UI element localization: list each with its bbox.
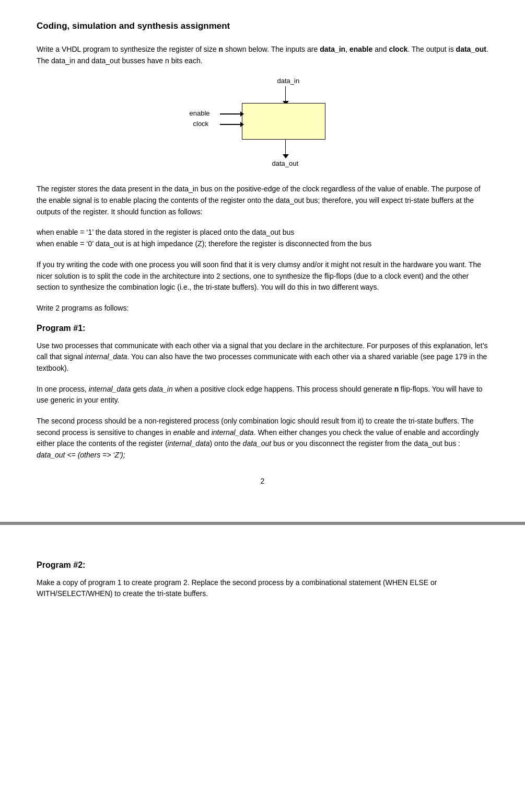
clock-label: clock xyxy=(193,120,209,128)
clock-arrow-head xyxy=(240,122,244,127)
page: Coding, simulation and synthesis assignm… xyxy=(0,0,525,812)
register-box xyxy=(242,103,325,140)
enable-label: enable xyxy=(190,109,210,117)
page2-content: Program #2: Make a copy of program 1 to … xyxy=(0,525,525,630)
clock-arrow-line xyxy=(220,124,242,125)
data-in-label: data_in xyxy=(277,77,300,85)
arrow-head-out xyxy=(283,154,289,158)
register-description: The register stores the data present in … xyxy=(37,184,488,218)
diagram-container: data_in enable clock xyxy=(37,77,488,171)
when-conditions: when enable = ‘1’ the data stored in the… xyxy=(37,227,488,249)
arrow-line-out xyxy=(285,140,286,155)
enable-arrow-head xyxy=(240,111,244,117)
program1-para1: Use two processes that communicate with … xyxy=(37,340,488,374)
page1-content: Coding, simulation and synthesis assignm… xyxy=(0,0,525,522)
write-2-programs: Write 2 programs as follows: xyxy=(37,303,488,314)
process-description: If you try writing the code with one pro… xyxy=(37,259,488,293)
program2-para1: Make a copy of program 1 to create progr… xyxy=(37,577,488,600)
program1-para3: The second process should be a non-regis… xyxy=(37,416,488,461)
data-out-label: data_out xyxy=(272,159,299,167)
program1-para2: In one process, internal_data gets data_… xyxy=(37,384,488,406)
arrow-line-in xyxy=(285,86,286,102)
enable-arrow-line xyxy=(220,113,242,115)
program2-heading: Program #2: xyxy=(37,561,488,570)
intro-paragraph: Write a VHDL program to synthesize the r… xyxy=(37,44,488,66)
page-title: Coding, simulation and synthesis assignm… xyxy=(37,21,488,31)
page-number: 2 xyxy=(37,477,488,485)
register-diagram: data_in enable clock xyxy=(174,77,352,171)
program1-heading: Program #1: xyxy=(37,324,488,333)
